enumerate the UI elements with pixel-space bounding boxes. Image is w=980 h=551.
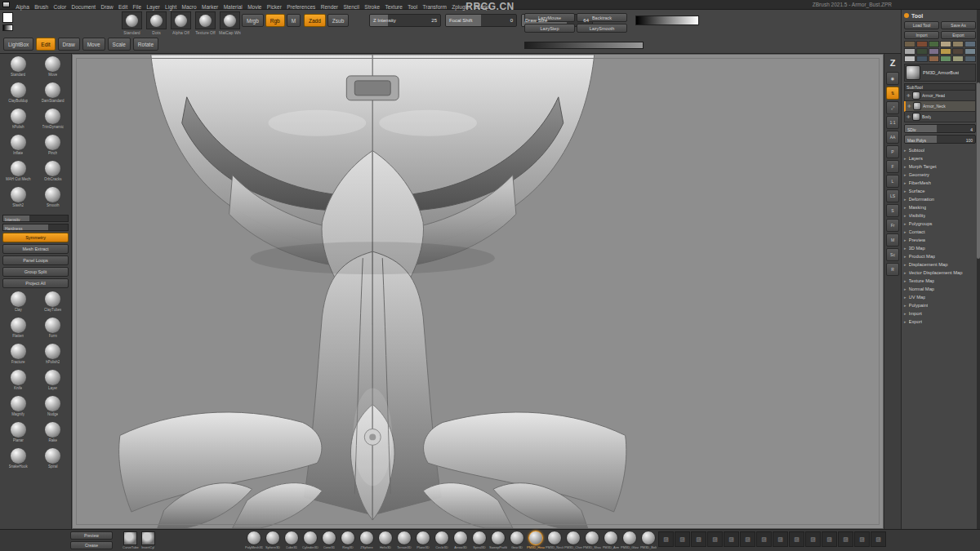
tool-tray-item[interactable]: Cylinder3D (301, 531, 319, 549)
material-swatch[interactable] (964, 48, 976, 55)
tool-action-button[interactable]: Project All (2, 278, 69, 288)
brush-thumbnail[interactable]: ClayBuildup (2, 82, 35, 107)
palette-section-row[interactable]: ▸ Product Map (904, 252, 976, 260)
mode-button[interactable]: Scale (108, 38, 131, 51)
main-color-swatch[interactable] (2, 12, 13, 23)
tool-tray-item[interactable]: Arrow3D (452, 531, 470, 549)
paint-mode-button[interactable]: Rgb (265, 14, 285, 27)
brush-thumbnail[interactable]: Flatten (2, 318, 35, 342)
material-swatch[interactable] (952, 48, 964, 55)
tool-tray-item[interactable]: PM3D_Head (527, 531, 545, 549)
palette-section-row[interactable]: ▸ Polypaint (904, 301, 976, 309)
brush-thumbnail[interactable]: Smooth (37, 187, 70, 211)
tool-tray-item[interactable]: PM3D_Chest (564, 531, 582, 549)
tool-tray-item[interactable]: Helix3D (376, 531, 394, 549)
mode-button[interactable]: Rotate (133, 38, 158, 51)
tool-25d-item[interactable]: ▨ (740, 531, 755, 547)
stroke-option-button[interactable]: LazySmooth (577, 24, 627, 33)
palette-section-row[interactable]: ▸ Import (904, 309, 976, 318)
brush-thumbnail[interactable]: TrimDynamic (37, 109, 70, 133)
brush-thumbnail[interactable]: Clay (2, 291, 35, 316)
mode-button[interactable]: Draw (58, 38, 80, 51)
brush-thumbnail[interactable]: Slash2 (2, 187, 35, 211)
menu-item[interactable]: Stencil (341, 4, 362, 10)
nav-strip-button[interactable]: F (886, 160, 899, 173)
tool-tray-item[interactable]: PM3D_Belt (639, 531, 657, 549)
tool-25d-item[interactable]: ▨ (805, 531, 821, 547)
palette-section-row[interactable]: ▸ Surface (904, 187, 976, 195)
selector-thumbnail[interactable] (122, 11, 142, 29)
sculpt-mode-button[interactable]: Zadd (304, 14, 326, 27)
scrollbar-handle[interactable] (977, 82, 980, 259)
material-swatch[interactable] (904, 41, 915, 47)
tool-tray-item[interactable]: PolyMesh3D (245, 531, 263, 549)
paint-mode-button[interactable]: Mrgb (242, 14, 264, 27)
tool-25d-item[interactable]: ▨ (675, 531, 690, 547)
nav-strip-button[interactable]: R (886, 263, 899, 276)
brush-thumbnail[interactable]: Move (37, 56, 70, 81)
palette-section-row[interactable]: ▸ Polygroups (904, 220, 976, 228)
viewport-canvas[interactable] (72, 54, 884, 529)
bottom-bar-button[interactable]: Crease (70, 541, 113, 549)
brush-thumbnail[interactable]: Fracture (2, 344, 35, 368)
palette-section-row[interactable]: ▸ Export (904, 318, 976, 326)
tool-slider[interactable]: SDiv 4 (904, 124, 976, 133)
menu-item[interactable]: Tool (405, 4, 420, 10)
material-swatch[interactable] (952, 56, 964, 62)
menu-item[interactable]: Edit (116, 4, 131, 10)
tool-action-button[interactable]: Group Split (2, 267, 69, 277)
nav-strip-button[interactable]: P (886, 145, 899, 158)
brush-thumbnail[interactable]: Rake (37, 422, 70, 447)
quick-tool[interactable]: InsertCyl (141, 531, 155, 549)
tool-25d-item[interactable]: ▨ (691, 531, 706, 547)
visibility-eye-icon[interactable]: 👁 (907, 104, 911, 109)
menu-item[interactable]: Picker (265, 4, 284, 10)
tool-25d-item[interactable]: ▨ (789, 531, 804, 547)
menu-item[interactable]: Render (318, 4, 341, 10)
current-tool[interactable]: PM3D_ArmorBust (904, 64, 976, 82)
palette-section-row[interactable]: ▸ Preview (904, 236, 976, 244)
current-selector[interactable]: Texture Off (194, 11, 216, 35)
mode-button[interactable]: Move (82, 38, 105, 51)
tool-slider[interactable]: Max Polys 100 (904, 135, 976, 144)
tool-25d-item[interactable]: ▨ (724, 531, 739, 547)
brush-thumbnail[interactable]: DamStandard (37, 82, 70, 107)
sculpt-mode-button[interactable]: Zsub (327, 14, 349, 27)
tool-file-button[interactable]: Import (904, 31, 939, 39)
tool-file-button[interactable]: Load Tool (904, 21, 939, 29)
sidebar-slider[interactable]: Intensity (2, 215, 69, 222)
tool-action-button[interactable]: Panel Loops (2, 256, 69, 265)
menu-item[interactable]: Marker (199, 4, 221, 10)
brush-thumbnail[interactable]: MAH Cut Mech (2, 161, 35, 185)
tool-25d-item[interactable]: ▨ (773, 531, 788, 547)
tool-tray-item[interactable]: Gear3D (508, 531, 526, 549)
material-swatch[interactable] (929, 56, 940, 62)
brush-thumbnail[interactable]: Spiral (37, 448, 70, 473)
selector-thumbnail[interactable] (195, 11, 216, 29)
subtool-header[interactable]: SubTool (904, 83, 976, 91)
nav-strip-button[interactable]: ⇅ (886, 87, 899, 100)
menu-item[interactable]: Layer (144, 4, 163, 10)
brush-thumbnail[interactable]: Layer (37, 370, 70, 394)
brush-thumbnail[interactable]: OrbCracks (37, 161, 70, 185)
brush-thumbnail[interactable]: Form (37, 318, 70, 342)
paint-mode-button[interactable]: M (287, 14, 301, 27)
bottom-bar-button[interactable]: Preview (70, 531, 113, 540)
brush-thumbnail[interactable]: Nudge (37, 396, 70, 420)
brush-thumbnail[interactable]: Knife (2, 370, 35, 394)
menu-item[interactable]: Texture (382, 4, 405, 10)
tool-file-button[interactable]: Save As (941, 21, 976, 29)
sidebar-slider[interactable]: Hardness (2, 224, 69, 231)
tool-tray-item[interactable]: Terrain3D (395, 531, 413, 549)
brush-thumbnail[interactable]: ClayTubes (37, 291, 70, 316)
tool-25d-item[interactable]: ▨ (756, 531, 772, 547)
stroke-option-button[interactable]: LazyStep (524, 24, 575, 33)
palette-section-row[interactable]: ▸ Texture Map (904, 277, 976, 285)
material-swatch[interactable] (929, 48, 940, 55)
selector-thumbnail[interactable] (146, 11, 167, 29)
nav-strip-button[interactable]: Sc (886, 248, 899, 261)
menu-item[interactable]: Light (163, 4, 179, 10)
tool-25d-item[interactable]: ▨ (822, 531, 837, 547)
quick-tool[interactable]: CurveTube (122, 531, 139, 549)
material-swatch[interactable] (940, 41, 951, 47)
